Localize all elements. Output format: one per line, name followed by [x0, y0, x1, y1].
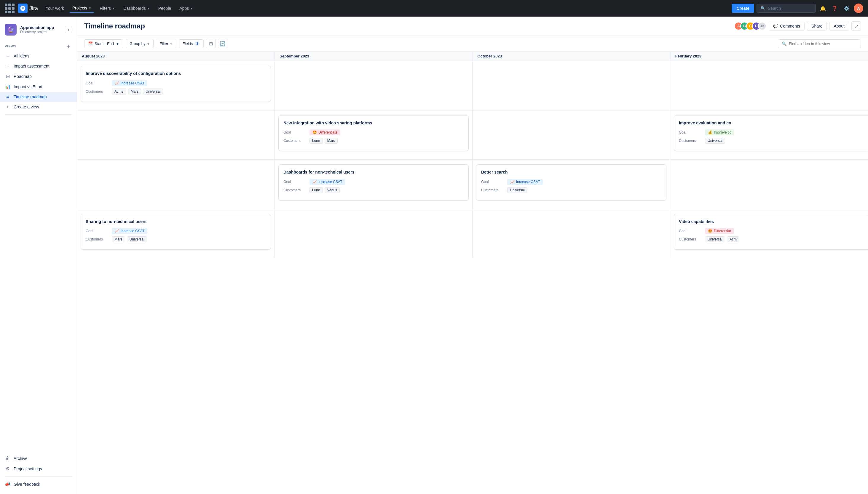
jira-logo[interactable]: Jira	[18, 3, 38, 13]
month-feb: February 2023	[671, 52, 868, 61]
card-goal-field: Goal 📈 Increase CSAT	[481, 179, 662, 185]
customers-value: Universal Acm	[705, 236, 739, 242]
sidebar-item-label: Timeline roadmap	[14, 94, 47, 99]
nav-your-work[interactable]: Your work	[43, 4, 67, 13]
row2-col-sep: New integration with video sharing platf…	[275, 111, 472, 159]
page-title: Timeline roadmap	[84, 22, 731, 30]
comments-button[interactable]: 💬 Comments	[769, 22, 804, 31]
create-button[interactable]: Create	[731, 4, 754, 13]
goal-value: 🤩 Differentiat	[705, 228, 734, 234]
goal-icon: 💰	[708, 130, 712, 134]
idea-card-4[interactable]: Dashboards for non-technical users Goal …	[278, 164, 469, 201]
timeline-icon: ≡	[5, 94, 11, 99]
goal-value: 💰 Improve co	[705, 129, 734, 135]
sidebar-project-header: 🔮 Appreciation app Discovery project ‹	[0, 21, 77, 40]
fullscreen-button[interactable]: ⤢	[851, 21, 861, 31]
nav-apps[interactable]: Apps ▼	[176, 4, 196, 13]
start-end-button[interactable]: 📅 Start – End ▼	[84, 39, 123, 48]
goal-value: 🤩 Differentiate	[309, 129, 340, 135]
sidebar-collapse-button[interactable]: ‹	[65, 26, 72, 33]
notifications-icon[interactable]: 🔔	[818, 3, 828, 13]
chevron-down-icon: ▼	[147, 7, 150, 10]
idea-search-input[interactable]	[789, 41, 857, 46]
sidebar-item-create-view[interactable]: + Create a view	[0, 102, 77, 112]
customers-value: Universal	[705, 138, 725, 144]
about-button[interactable]: About	[829, 22, 849, 31]
idea-card-5[interactable]: Better search Goal 📈 Increase CSAT	[476, 164, 666, 201]
auto-schedule-button[interactable]: 🔄	[218, 39, 228, 48]
list-icon: ≡	[5, 63, 11, 69]
filter-button[interactable]: Filter +	[156, 39, 176, 48]
customer-tag: Mars	[128, 89, 141, 94]
goal-icon: 🤩	[708, 229, 712, 233]
share-button[interactable]: Share	[807, 22, 827, 31]
view-toggle-button[interactable]: ⊞	[206, 39, 216, 48]
goal-label: Goal	[86, 81, 109, 85]
customers-label: Customers	[284, 139, 307, 143]
user-avatar[interactable]: A	[854, 3, 863, 13]
toolbar: 📅 Start – End ▼ Group by + Filter + Fiel…	[77, 36, 868, 52]
group-by-button[interactable]: Group by +	[126, 39, 153, 48]
page-header-actions: A B C D +3 💬 Comments Share About ⤢	[734, 21, 861, 31]
add-view-button[interactable]: +	[65, 43, 72, 50]
sidebar-item-impact-effort[interactable]: 📊 Impact vs Effort	[0, 81, 77, 92]
sidebar-item-roadmap[interactable]: ⊞ Roadmap	[0, 71, 77, 81]
month-sep: September 2023	[275, 52, 472, 61]
search-input[interactable]	[768, 6, 809, 11]
row1-col-feb	[670, 61, 868, 110]
row1-col-aug: Improve discoverability of configuration…	[77, 61, 275, 110]
goal-text: Increase CSAT	[516, 180, 540, 184]
idea-card-2[interactable]: New integration with video sharing platf…	[278, 115, 469, 151]
idea-card-7[interactable]: Video capabilities Goal 🤩 Differentiat	[674, 214, 868, 250]
sidebar-item-timeline-roadmap[interactable]: ≡ Timeline roadmap	[0, 92, 77, 102]
sidebar-item-give-feedback[interactable]: 📣 Give feedback	[0, 479, 77, 489]
card-goal-field: Goal 📈 Increase CSAT	[284, 179, 464, 185]
jira-logo-icon	[18, 3, 28, 13]
help-icon[interactable]: ❓	[830, 3, 839, 13]
idea-card-6[interactable]: Sharing to non-technical users Goal 📈 In…	[80, 214, 271, 250]
row3-col-sep: Dashboards for non-technical users Goal …	[275, 159, 472, 209]
card-title: Dashboards for non-technical users	[284, 169, 464, 175]
goal-tag: 📈 Increase CSAT	[507, 179, 543, 185]
sidebar-item-all-ideas[interactable]: ≡ All ideas	[0, 51, 77, 61]
search-bar[interactable]: 🔍	[757, 4, 816, 13]
goal-value: 📈 Increase CSAT	[112, 80, 147, 86]
sidebar-bottom: 🗑 Archive ⚙ Project settings 📣 Give feed…	[0, 453, 77, 489]
sidebar-item-label: Impact assessment	[14, 64, 50, 69]
apps-grid-icon[interactable]	[5, 3, 15, 13]
nav-dashboards[interactable]: Dashboards ▼	[120, 4, 153, 13]
card-goal-field: Goal 📈 Increase CSAT	[86, 80, 266, 86]
goal-text: Differentiat	[714, 229, 731, 233]
sidebar-item-impact-assessment[interactable]: ≡ Impact assessment	[0, 61, 77, 71]
idea-search-field[interactable]: 🔍	[778, 39, 861, 48]
goal-icon: 🤩	[312, 130, 317, 134]
customer-tag: Universal	[127, 236, 147, 242]
customers-value: Mars Universal	[112, 236, 147, 242]
customer-tag: Universal	[705, 138, 725, 144]
idea-card-1[interactable]: Improve discoverability of configuration…	[80, 66, 271, 102]
customers-label: Customers	[86, 90, 109, 94]
nav-people[interactable]: People	[155, 4, 174, 13]
card-customers-field: Customers Mars Universal	[86, 236, 266, 242]
customer-tag: Lune	[309, 187, 323, 193]
customers-label: Customers	[679, 139, 703, 143]
chevron-down-icon: ▼	[88, 6, 91, 10]
fields-count-badge: 3	[195, 41, 200, 45]
settings-icon[interactable]: ⚙️	[842, 3, 851, 13]
sidebar-item-project-settings[interactable]: ⚙ Project settings	[0, 463, 77, 474]
sidebar-item-archive[interactable]: 🗑 Archive	[0, 453, 77, 463]
settings-icon: ⚙	[5, 466, 11, 472]
nav-filters[interactable]: Filters ▼	[97, 4, 118, 13]
card-title: Improve discoverability of configuration…	[86, 71, 266, 77]
card-title: Improve evaluation and co	[679, 120, 863, 126]
idea-card-3[interactable]: Improve evaluation and co Goal 💰 Improve…	[674, 115, 868, 151]
project-icon: 🔮	[5, 24, 17, 36]
goal-tag: 🤩 Differentiat	[705, 228, 734, 234]
sidebar-item-label: Project settings	[14, 467, 42, 471]
row4-col-sep	[275, 209, 472, 258]
row3-col-feb	[670, 159, 868, 209]
goal-text: Differentiate	[319, 130, 337, 134]
search-icon: 🔍	[782, 41, 786, 46]
nav-projects[interactable]: Projects ▼	[69, 4, 94, 13]
fields-button[interactable]: Fields 3	[179, 39, 204, 48]
